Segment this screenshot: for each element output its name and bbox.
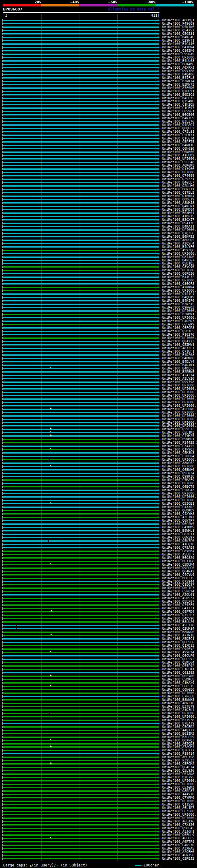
alignment-bar-arrowhead[interactable] [158,482,160,485]
alignment-bar[interactable] [3,358,158,359]
alignment-bar-arrowhead[interactable] [158,293,160,295]
alignment-bar-arrowhead[interactable] [158,84,160,86]
alignment-bar-arrowhead[interactable] [158,374,160,377]
alignment-bar[interactable] [3,107,158,109]
alignment-bar[interactable] [3,490,158,491]
alignment-bar-arrowhead[interactable] [158,388,160,390]
alignment-bar-arrowhead[interactable] [158,509,160,512]
alignment-bar[interactable] [3,784,158,785]
alignment-bar[interactable] [3,297,158,298]
alignment-bar[interactable] [3,767,158,768]
alignment-bar[interactable] [3,720,158,721]
alignment-bar-arrowhead[interactable] [158,90,160,93]
alignment-bar[interactable] [3,534,158,535]
alignment-bar-arrowhead[interactable] [158,279,160,282]
alignment-bar[interactable] [3,689,158,690]
alignment-bar[interactable] [3,182,158,183]
alignment-bar[interactable] [3,817,158,819]
alignment-bar-arrowhead[interactable] [158,50,160,52]
alignment-bar[interactable] [3,88,158,89]
alignment-bar-arrowhead[interactable] [158,124,160,126]
alignment-bar[interactable] [3,652,158,653]
alignment-bar[interactable] [3,564,158,565]
alignment-bar-arrowhead[interactable] [158,813,160,816]
alignment-bar[interactable] [3,750,158,751]
alignment-bar-arrowhead[interactable] [158,584,160,586]
alignment-bar[interactable] [3,54,158,55]
alignment-bar[interactable] [3,202,158,204]
alignment-bar[interactable] [3,381,158,383]
alignment-bar[interactable] [3,243,158,244]
alignment-bar-arrowhead[interactable] [158,151,160,153]
alignment-bar[interactable] [3,554,158,555]
alignment-bar-arrowhead[interactable] [158,530,160,532]
alignment-bar[interactable] [3,696,158,697]
alignment-bar[interactable] [3,713,158,714]
alignment-bar[interactable] [3,648,158,650]
alignment-bar[interactable] [3,70,158,72]
alignment-bar-arrowhead[interactable] [158,604,160,606]
alignment-bar-arrowhead[interactable] [158,557,160,559]
alignment-bar[interactable] [3,845,158,846]
alignment-bar-arrowhead[interactable] [158,23,160,25]
alignment-bar-arrowhead[interactable] [158,313,160,316]
alignment-bar[interactable] [3,266,158,268]
alignment-bar[interactable] [3,361,158,363]
alignment-bar[interactable] [3,604,158,606]
alignment-bar-arrowhead[interactable] [158,800,160,802]
alignment-bar[interactable] [3,493,158,494]
alignment-bar[interactable] [3,821,158,822]
alignment-bar[interactable] [3,118,158,119]
alignment-bar[interactable] [3,124,158,126]
alignment-bar-arrowhead[interactable] [158,367,160,370]
alignment-bar-arrowhead[interactable] [158,300,160,302]
alignment-bar[interactable] [3,64,158,65]
alignment-bar[interactable] [3,168,158,170]
alignment-bar[interactable] [3,551,158,552]
alignment-bar[interactable] [3,756,158,758]
alignment-bar[interactable] [3,486,158,488]
alignment-bar-arrowhead[interactable] [158,699,160,701]
alignment-bar-arrowhead[interactable] [158,820,160,823]
alignment-bar-arrowhead[interactable] [158,502,160,505]
alignment-bar[interactable] [3,327,158,329]
alignment-bar[interactable] [3,280,158,281]
alignment-bar-arrowhead[interactable] [158,441,160,444]
alignment-bar[interactable] [3,304,158,305]
alignment-bar[interactable] [3,189,158,190]
alignment-bar-arrowhead[interactable] [158,422,160,424]
alignment-bar[interactable] [3,375,158,376]
alignment-bar[interactable] [3,134,158,136]
alignment-bar[interactable] [3,615,158,616]
alignment-bar[interactable] [3,463,158,464]
alignment-bar[interactable] [3,229,158,230]
alignment-bar[interactable] [3,432,158,433]
alignment-bar-arrowhead[interactable] [158,773,160,775]
alignment-bar-arrowhead[interactable] [158,786,160,789]
alignment-bar[interactable] [3,277,158,278]
alignment-bar-arrowhead[interactable] [158,780,160,782]
alignment-bar[interactable] [3,645,158,646]
alignment-bar[interactable] [3,114,158,116]
alignment-bar[interactable] [3,746,158,748]
alignment-bar-arrowhead[interactable] [158,36,160,38]
alignment-bar[interactable] [3,608,158,609]
alignment-bar-arrowhead[interactable] [158,259,160,262]
alignment-bar[interactable] [3,101,158,102]
alignment-bar-arrowhead[interactable] [158,130,160,133]
alignment-bar[interactable] [3,523,158,525]
alignment-bar[interactable] [3,402,158,403]
alignment-bar[interactable] [3,659,158,660]
alignment-bar[interactable] [3,804,158,805]
alignment-bar-arrowhead[interactable] [158,239,160,241]
alignment-bar[interactable] [3,574,158,576]
alignment-bar[interactable] [3,801,158,802]
alignment-bar[interactable] [3,81,158,82]
alignment-bar-arrowhead[interactable] [158,462,160,464]
alignment-bar[interactable] [3,743,158,745]
alignment-bar[interactable] [3,331,158,332]
alignment-bar-arrowhead[interactable] [158,320,160,322]
alignment-bar[interactable] [3,368,158,369]
alignment-bar-arrowhead[interactable] [158,746,160,748]
alignment-bar[interactable] [3,598,158,599]
